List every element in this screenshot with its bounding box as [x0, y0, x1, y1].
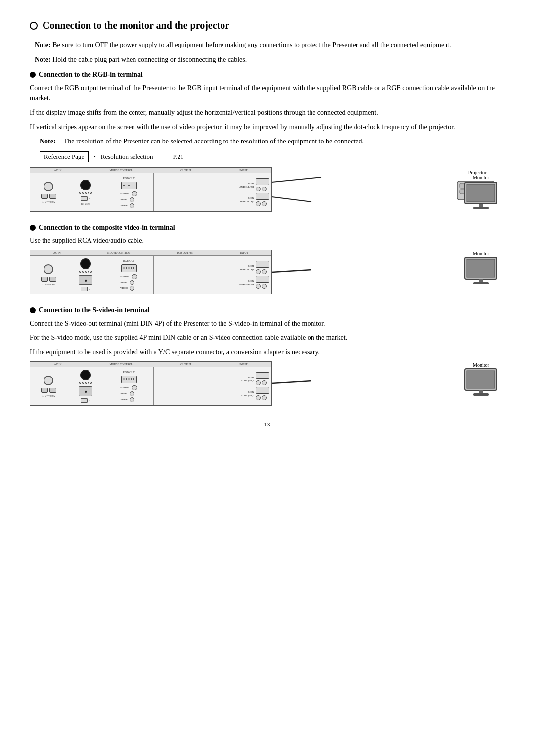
sv-label-input: INPUT: [239, 363, 247, 366]
voltage-label: 12V==0.9A: [42, 200, 55, 203]
c-label-ac-in: AC IN: [53, 251, 61, 254]
rgb2-label: RGB2: [248, 197, 254, 199]
composite-terminal-heading: Connection to the composite video-in ter…: [30, 224, 504, 232]
cable-lines-rgb: [272, 167, 504, 212]
reference-box: Reference Page • Resolution selection P.…: [40, 151, 504, 162]
rgb-out-label: RGB OUT: [123, 177, 135, 180]
c-audiolfr1-label: AUDIO(L/R)1: [239, 268, 254, 271]
section-bullet-composite: [30, 225, 36, 231]
c-audiolfr2-label: AUDIO(L/R)2: [239, 283, 254, 285]
resolution-selection-text: Resolution selection: [101, 153, 153, 161]
composite-diagram: AC IN MOUSE CONTROL RGB OUTPUT INPUT 12V…: [30, 250, 504, 294]
label-output: OUTPUT: [180, 169, 191, 172]
c-rgb1-label: RGB1: [248, 265, 254, 267]
c-label-rgb-output: RGB OUTPUT: [177, 251, 193, 254]
reference-page-button[interactable]: Reference Page: [40, 151, 89, 162]
label-ac-in: AC IN: [54, 169, 62, 172]
c-rgb2-label: RGB2: [248, 280, 254, 282]
note-1: Note: Be sure to turn OFF the power supp…: [30, 41, 504, 49]
svideo-terminal-heading: Connection to the S-video-in terminal: [30, 306, 504, 314]
audiolfr1-label: AUDIO(L/R)1: [239, 186, 254, 188]
sv-audiolfr2-label: AUDIO(L/R)2: [241, 394, 254, 397]
usb-port-row: ⇦: [81, 196, 90, 201]
sv-rgb-out-label: RGB OUT: [123, 371, 135, 374]
composite-terminal-section: Connection to the composite video-in ter…: [30, 224, 504, 294]
sv-voltage-label: 12V==0.9A: [42, 394, 55, 397]
sv-s-video-label: S-VIDEO: [120, 386, 130, 389]
rgb-terminal-heading: Connection to the RGB-in terminal: [30, 71, 504, 79]
rgb-note: Note: The resolution of the Presenter ca…: [40, 136, 504, 146]
page-number: — 13 —: [30, 421, 504, 428]
note-2: Note: Hold the cable plug part when conn…: [30, 56, 504, 64]
s-video-label: S-VIDEO: [120, 192, 130, 195]
c-s-video-label: S-VIDEO: [120, 275, 130, 278]
usb-port: [49, 194, 56, 199]
c-voltage-label: 12V==0.9A: [42, 283, 55, 286]
c-label-mouse-control: MOUSE CONTROL: [107, 251, 131, 254]
rgb-para2: If the display image shifts from the cen…: [30, 107, 504, 118]
rgb-diagram: AC IN MOUSE CONTROL OUTPUT INPUT 12V==0.…: [30, 167, 504, 212]
rgb-para1: Connect the RGB output terminal of the P…: [30, 83, 504, 103]
ac-in-port: [44, 182, 53, 191]
rgb-out-connector: [121, 182, 137, 189]
rgb1-label: RGB1: [248, 182, 254, 185]
rgb-terminal-section: Connection to the RGB-in terminal Connec…: [30, 71, 504, 212]
svideo-para1: Connect the S-video-out terminal (mini D…: [30, 318, 504, 329]
svideo-para3: If the equipment to be used is provided …: [30, 347, 504, 357]
sv-rgb2-label: RGB2: [248, 391, 254, 393]
sv-label-ac-in: AC IN: [54, 363, 62, 366]
mouse-control-btn: [80, 180, 91, 190]
section-bullet: [30, 72, 36, 78]
label-mouse-control: MOUSE CONTROL: [110, 169, 133, 172]
svg-line-20: [272, 381, 312, 383]
c-audio-label: AUDIO: [120, 281, 128, 284]
c-rgb-out-label: RGB OUT: [123, 259, 135, 262]
sv-video-label: VIDEO: [120, 398, 128, 401]
sv-audio-label: AUDIO: [120, 392, 128, 395]
video-label: VIDEO: [120, 204, 128, 207]
c-label-input: INPUT: [240, 251, 248, 254]
svg-line-9: [272, 177, 321, 182]
mouse-port-grid: [79, 192, 93, 194]
c-video-label: VIDEO: [120, 287, 128, 289]
section-bullet-svideo: [30, 307, 36, 313]
cable-line-svideo: [272, 361, 504, 406]
svg-line-15: [272, 270, 312, 272]
sv-rgb1-label: RGB1: [248, 376, 254, 378]
page-title: Connection to the monitor and the projec…: [30, 20, 504, 31]
rs232c-label: RS-232C: [81, 203, 90, 205]
sv-audiolfr1-label: AUDIO(L/R)1: [241, 379, 254, 382]
svg-line-10: [272, 197, 312, 202]
ref-page-num: P.21: [173, 153, 184, 161]
audiolfr2-label: AUDIO(L/R)2: [239, 200, 254, 203]
svideo-para2: For the S-video mode, use the supplied 4…: [30, 332, 504, 343]
audio-label: AUDIO: [120, 198, 128, 201]
composite-para1: Use the supplied RCA video/audio cable.: [30, 236, 504, 246]
circle-bullet: [30, 22, 38, 30]
cable-line-composite: [272, 250, 504, 294]
rgb-para3: If vertical stripes appear on the screen…: [30, 122, 504, 132]
sv-label-output: OUTPUT: [180, 363, 191, 366]
sv-label-mouse-control: MOUSE CONTROL: [110, 363, 133, 366]
label-input: INPUT: [239, 169, 247, 172]
output-port: [41, 194, 48, 199]
svideo-diagram: AC IN MOUSE CONTROL OUTPUT INPUT 12V==0.…: [30, 361, 504, 406]
ref-bullet-text: •: [93, 153, 96, 161]
svideo-terminal-section: Connection to the S-video-in terminal Co…: [30, 306, 504, 406]
